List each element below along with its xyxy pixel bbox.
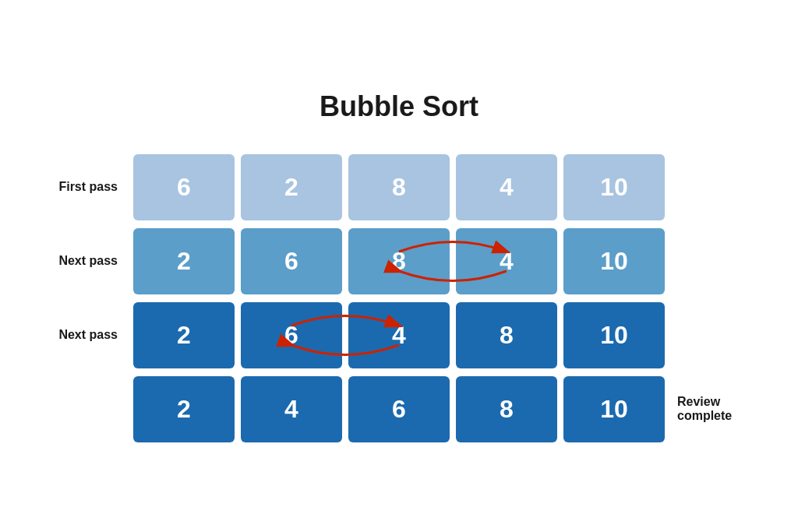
row-3-cells-wrapper: 2 6 4 8 10 <box>133 302 665 368</box>
row-1-cells: 6 2 8 4 10 <box>133 154 665 220</box>
cell-r3-4: 10 <box>563 302 665 368</box>
cell-r2-2: 8 <box>348 228 450 294</box>
row-3: Next pass 2 6 4 8 10 <box>48 302 750 368</box>
cell-r4-2: 6 <box>348 376 450 442</box>
cell-r4-0: 2 <box>133 376 235 442</box>
row-1-label: First pass <box>48 180 133 194</box>
row-3-label: Next pass <box>48 328 133 342</box>
cell-r1-2: 8 <box>348 154 450 220</box>
row-4-cells-wrapper: 2 4 6 8 10 <box>133 376 665 442</box>
cell-r2-0: 2 <box>133 228 235 294</box>
cell-r1-3: 4 <box>456 154 557 220</box>
row-3-cells: 2 6 4 8 10 <box>133 302 665 368</box>
row-2-label: Next pass <box>48 254 133 268</box>
cell-r3-3: 8 <box>456 302 557 368</box>
diagram: First pass 6 2 8 4 10 Next pass 2 6 8 4 … <box>48 154 750 442</box>
row-2: Next pass 2 6 8 4 10 <box>48 228 750 294</box>
row-4-cells: 2 4 6 8 10 <box>133 376 665 442</box>
cell-r4-1: 4 <box>241 376 342 442</box>
cell-r1-1: 2 <box>241 154 342 220</box>
row-1: First pass 6 2 8 4 10 <box>48 154 750 220</box>
row-4-suffix: Reviewcomplete <box>665 395 750 423</box>
cell-r2-3: 4 <box>456 228 557 294</box>
cell-r1-0: 6 <box>133 154 235 220</box>
cell-r3-2: 4 <box>348 302 450 368</box>
cell-r2-4: 10 <box>563 228 665 294</box>
cell-r2-1: 6 <box>241 228 342 294</box>
cell-r4-3: 8 <box>456 376 557 442</box>
cell-r1-4: 10 <box>563 154 665 220</box>
row-2-cells: 2 6 8 4 10 <box>133 228 665 294</box>
page-title: Bubble Sort <box>320 90 478 123</box>
cell-r3-0: 2 <box>133 302 235 368</box>
row-4: placeholder 2 4 6 8 10 Reviewcomplete <box>48 376 750 442</box>
cell-r4-4: 10 <box>563 376 665 442</box>
row-2-cells-wrapper: 2 6 8 4 10 <box>133 228 665 294</box>
row-1-cells-wrapper: 6 2 8 4 10 <box>133 154 665 220</box>
cell-r3-1: 6 <box>241 302 342 368</box>
